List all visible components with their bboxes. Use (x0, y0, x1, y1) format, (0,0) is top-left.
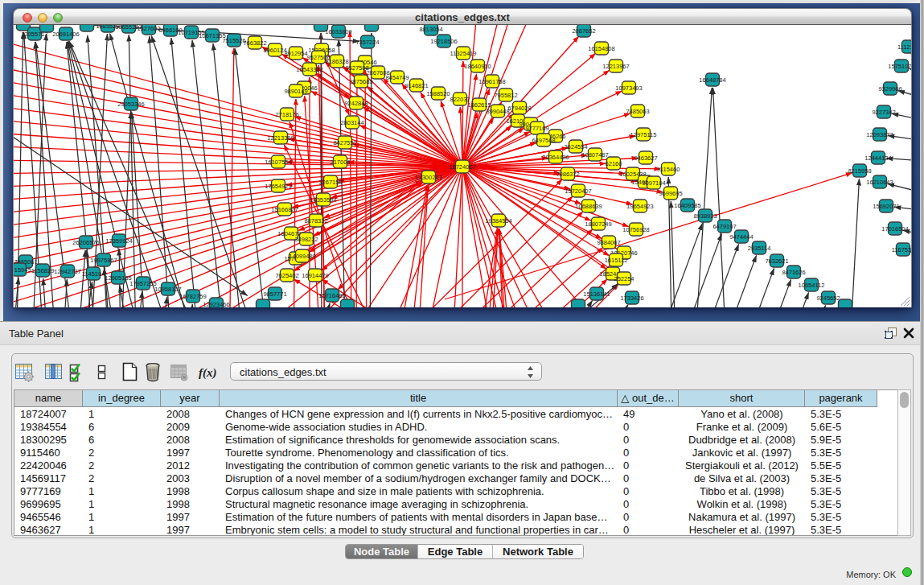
node-table[interactable]: namein_degreeyeartitle△ out_de…shortpage… (14, 389, 899, 536)
show-column-icon[interactable] (44, 361, 65, 382)
table-row[interactable]: 1456911722003Disruption of a novel membe… (14, 472, 899, 485)
table-row[interactable]: 946362711997Embryonic stem cells: a mode… (14, 524, 899, 536)
cell[interactable]: 49 (618, 408, 679, 421)
citation-edge[interactable] (150, 36, 173, 307)
citation-edge[interactable] (849, 179, 859, 307)
table-row[interactable]: 946554611997Estimation of the future num… (14, 511, 899, 524)
table-row[interactable]: 1872400712008Changes of HCN gene express… (14, 408, 899, 421)
cell[interactable]: 5.9E-5 (805, 434, 877, 447)
citation-edge-highlighted[interactable] (356, 76, 357, 307)
cell[interactable]: 2012 (161, 459, 220, 472)
citation-edge[interactable] (738, 268, 774, 307)
cell[interactable]: 0 (618, 524, 679, 536)
table-selector-dropdown[interactable]: citations_edges.txt (230, 362, 542, 381)
citation-edge-highlighted[interactable] (462, 61, 463, 167)
citation-edge[interactable] (755, 279, 791, 307)
citation-edge[interactable] (161, 297, 167, 307)
table-settings-icon[interactable] (14, 361, 35, 382)
panel-close-icon[interactable] (903, 327, 914, 339)
cell[interactable]: 2008 (161, 408, 220, 421)
cell[interactable]: Wolkin et al. (1998) (679, 498, 805, 511)
select-rows-icon[interactable] (68, 361, 88, 382)
cell[interactable]: Genome-wide association studies in ADHD. (220, 421, 618, 434)
graph-node[interactable] (40, 25, 54, 32)
cell[interactable]: 5.3E-5 (805, 408, 877, 421)
citation-edge[interactable] (713, 88, 728, 307)
citation-edge[interactable] (693, 88, 712, 307)
cell[interactable]: 18300295 (14, 434, 83, 447)
import-table-icon[interactable] (169, 361, 190, 382)
cell[interactable]: 5.3E-5 (805, 524, 877, 536)
cell[interactable]: 1 (83, 511, 161, 524)
cell[interactable]: 0 (618, 498, 679, 511)
column-header-5[interactable]: short (679, 390, 805, 407)
cell[interactable]: Nakamura et al. (1997) (679, 511, 805, 524)
cell[interactable]: 1998 (161, 485, 220, 498)
citation-edge[interactable] (686, 233, 722, 307)
cell[interactable]: 2 (83, 459, 161, 472)
function-builder-icon[interactable]: f(x) (197, 361, 218, 382)
cell[interactable]: 1998 (161, 498, 220, 511)
cell[interactable]: 0 (618, 511, 679, 524)
citation-edge[interactable] (235, 48, 269, 307)
citation-edge[interactable] (703, 244, 739, 307)
cell[interactable]: Tourette syndrome. Phenomenology and cla… (220, 447, 618, 459)
table-row[interactable]: 911546021997Tourette syndrome. Phenomeno… (14, 447, 899, 459)
tab-node-table[interactable]: Node Table (346, 545, 418, 558)
cell[interactable]: 1997 (161, 524, 220, 536)
cell[interactable]: 1 (83, 498, 161, 511)
citation-edge[interactable] (120, 286, 129, 307)
cell[interactable]: 0 (618, 459, 679, 472)
column-header-0[interactable]: name (14, 390, 83, 407)
graph-node[interactable] (365, 25, 379, 31)
memory-status-indicator[interactable] (902, 567, 912, 577)
cell[interactable]: 9465546 (14, 511, 83, 524)
citation-edge-highlighted[interactable] (417, 185, 428, 307)
citation-edge-highlighted[interactable] (384, 78, 462, 167)
cell[interactable]: 19384554 (14, 421, 83, 434)
table-vertical-scrollbar[interactable] (897, 389, 911, 536)
cell[interactable]: Disruption of a novel member of a sodium… (220, 472, 618, 485)
table-row[interactable]: 2242004622012Investigating the contribut… (14, 459, 899, 472)
citation-edge[interactable] (192, 40, 227, 307)
cell[interactable]: 2 (83, 447, 161, 459)
table-row[interactable]: 1938455462009Genome-wide association stu… (14, 421, 899, 434)
network-canvas[interactable]: 1205571220691406108552810655287152760269… (13, 25, 912, 307)
cell[interactable]: 1 (83, 408, 161, 421)
cell[interactable]: Estimation of the future numbers of pati… (220, 511, 618, 524)
cell[interactable]: 9115460 (14, 447, 83, 459)
citation-edge[interactable] (63, 279, 67, 307)
graph-node[interactable] (572, 299, 585, 307)
cell[interactable]: 22420046 (14, 459, 83, 472)
tab-network-table[interactable]: Network Table (493, 545, 583, 558)
cell[interactable]: 2 (83, 472, 161, 485)
cell[interactable]: Tibbo et al. (1998) (679, 485, 805, 498)
cell[interactable]: Hescheler et al. (1997) (679, 524, 805, 536)
citation-edge-highlighted[interactable] (14, 159, 462, 167)
cell[interactable]: 2009 (161, 421, 220, 434)
column-header-2[interactable]: year (161, 390, 220, 407)
scrollbar-thumb[interactable] (900, 392, 909, 408)
cell[interactable]: 0 (618, 447, 679, 459)
citation-edge[interactable] (137, 291, 142, 307)
cell[interactable]: 0 (618, 472, 679, 485)
graph-node[interactable] (80, 25, 94, 31)
cell[interactable]: 5.6E-5 (805, 421, 877, 434)
citation-edge-highlighted[interactable] (14, 128, 462, 167)
citation-edge[interactable] (790, 305, 826, 307)
citation-edge[interactable] (602, 305, 628, 307)
cell[interactable]: 5.3E-5 (805, 485, 877, 498)
column-header-6[interactable]: pagerank (805, 390, 877, 407)
tab-edge-table[interactable]: Edge Table (418, 545, 493, 558)
cell[interactable]: de Silva et al. (2003) (679, 472, 805, 485)
float-window-icon[interactable] (885, 327, 897, 340)
cell[interactable]: Investigating the contribution of common… (220, 459, 618, 472)
cell[interactable]: 2008 (161, 434, 220, 447)
row-height-icon[interactable] (92, 361, 113, 382)
cell[interactable]: 6 (83, 434, 161, 447)
cell[interactable]: 1 (83, 524, 161, 536)
network-window-titlebar[interactable]: citations_edges.txt (13, 8, 912, 25)
cell[interactable]: Estimation of significance thresholds fo… (220, 434, 618, 447)
cell[interactable]: 9699695 (14, 498, 83, 511)
cell[interactable]: Structural magnetic resonance image aver… (220, 498, 618, 511)
